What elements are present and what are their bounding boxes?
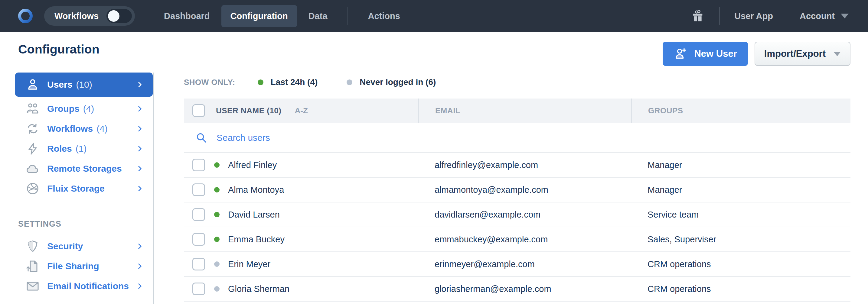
table-row[interactable]: David Larsen davidlarsen@example.com Ser… xyxy=(184,202,850,227)
table-row[interactable]: Alfred Finley alfredfinley@example.com M… xyxy=(184,153,850,178)
filter-last-24h[interactable]: Last 24h (4) xyxy=(258,77,318,87)
sidebar-item-workflows[interactable]: Workflows (4) xyxy=(15,119,153,138)
header-cell-email: EMAIL xyxy=(418,99,631,123)
cloud-icon xyxy=(25,161,40,176)
user-name: Emma Buckey xyxy=(228,235,285,244)
row-cell-email: emmabuckey@example.com xyxy=(418,235,631,244)
online-status-dot xyxy=(258,79,264,85)
import-export-label: Import/Export xyxy=(764,48,826,59)
account-menu[interactable]: Account xyxy=(800,11,849,21)
user-groups: Manager xyxy=(648,185,682,195)
table-header: USER NAME (10) A-Z EMAIL GROUPS xyxy=(184,99,850,123)
filter-never-logged-in[interactable]: Never logged in (6) xyxy=(347,77,436,87)
user-name: Erin Meyer xyxy=(228,259,270,269)
row-cell-name: Emma Buckey xyxy=(184,233,418,246)
sidebar-item-file-sharing[interactable]: File Sharing xyxy=(15,257,153,276)
user-groups: Manager xyxy=(648,160,682,170)
users-table: USER NAME (10) A-Z EMAIL GROUPS Search u… xyxy=(184,99,850,302)
sidebar-item-label: Users xyxy=(47,79,72,90)
page-title: Configuration xyxy=(18,42,99,57)
show-only-label: SHOW ONLY: xyxy=(184,78,235,87)
import-export-button[interactable]: Import/Export xyxy=(754,42,850,66)
search-input[interactable]: Search users xyxy=(217,133,270,143)
search-users-row[interactable]: Search users xyxy=(184,123,850,153)
chevron-right-icon xyxy=(136,105,144,113)
workflows-toggle[interactable]: Workflows xyxy=(44,6,135,26)
chevron-right-icon xyxy=(136,282,144,290)
user-name: Gloria Sherman xyxy=(228,284,289,294)
header-cell-groups: GROUPS xyxy=(631,99,850,123)
row-checkbox[interactable] xyxy=(192,258,205,270)
sidebar-item-users[interactable]: Users (10) xyxy=(15,72,153,97)
nav-actions[interactable]: Actions xyxy=(359,5,409,27)
nav-data[interactable]: Data xyxy=(300,5,337,27)
sidebar-item-label: Fluix Storage xyxy=(47,183,105,194)
topbar-right: User App Account xyxy=(691,7,849,25)
gift-icon[interactable] xyxy=(691,9,705,23)
table-row[interactable]: Alma Montoya almamontoya@example.com Man… xyxy=(184,178,850,202)
filter-options: Last 24h (4) Never logged in (6) xyxy=(258,77,436,87)
chevron-right-icon xyxy=(136,81,144,89)
sidebar-item-label: Roles xyxy=(47,143,72,154)
status-dot xyxy=(214,212,220,217)
chevron-down-icon xyxy=(834,52,841,56)
row-checkbox[interactable] xyxy=(192,159,205,171)
filter-label: Last 24h (4) xyxy=(271,77,318,87)
row-cell-name: Erin Meyer xyxy=(184,258,418,270)
row-cell-name: Alma Montoya xyxy=(184,183,418,196)
sidebar-item-label: File Sharing xyxy=(47,261,99,271)
nav-dashboard[interactable]: Dashboard xyxy=(155,5,219,27)
user-app-link[interactable]: User App xyxy=(734,11,773,21)
lightning-icon xyxy=(25,141,40,156)
nav-configuration[interactable]: Configuration xyxy=(221,5,297,27)
new-user-button[interactable]: New User xyxy=(663,42,748,66)
top-navigation-bar: Workflows Dashboard Configuration Data A… xyxy=(0,0,868,32)
sidebar-item-fluix-storage[interactable]: Fluix Storage xyxy=(15,179,153,198)
row-cell-name: David Larsen xyxy=(184,208,418,221)
toggle-switch[interactable] xyxy=(106,9,132,23)
new-user-label: New User xyxy=(694,48,737,59)
sidebar-item-remote-storages[interactable]: Remote Storages xyxy=(15,159,153,178)
select-all-checkbox[interactable] xyxy=(192,104,205,117)
users-panel: SHOW ONLY: Last 24h (4) Never logged in … xyxy=(184,74,850,302)
chevron-right-icon xyxy=(136,242,144,250)
table-row[interactable]: Erin Meyer erinmeyer@example.com CRM ope… xyxy=(184,252,850,277)
header-actions: New User Import/Export xyxy=(663,42,850,66)
user-email: gloriasherman@example.com xyxy=(435,284,551,294)
table-row[interactable]: Gloria Sherman gloriasherman@example.com… xyxy=(184,277,850,302)
chevron-right-icon xyxy=(136,262,144,270)
row-cell-groups: CRM operations xyxy=(631,284,850,294)
sidebar-item-count: (4) xyxy=(83,104,94,114)
table-row[interactable]: Emma Buckey emmabuckey@example.com Sales… xyxy=(184,227,850,252)
user-email: almamontoya@example.com xyxy=(435,185,548,195)
row-checkbox[interactable] xyxy=(192,282,205,295)
chevron-right-icon xyxy=(136,125,144,133)
user-email: alfredfinley@example.com xyxy=(435,160,538,170)
search-icon xyxy=(195,132,208,144)
file-upload-icon xyxy=(25,259,40,273)
user-groups: CRM operations xyxy=(648,284,711,294)
row-cell-groups: Service team xyxy=(631,210,850,220)
user-name: David Larsen xyxy=(228,210,280,220)
sort-a-z[interactable]: A-Z xyxy=(294,106,308,115)
envelope-icon xyxy=(25,279,40,294)
user-icon xyxy=(25,77,40,92)
sidebar-item-count: (10) xyxy=(76,79,92,90)
groups-icon xyxy=(25,102,40,116)
sidebar-item-security[interactable]: Security xyxy=(15,237,153,256)
row-cell-groups: CRM operations xyxy=(631,259,850,269)
row-checkbox[interactable] xyxy=(192,208,205,221)
header-cell-user-name: USER NAME (10) A-Z xyxy=(184,104,418,117)
sidebar-item-email-notifications[interactable]: Email Notifications xyxy=(15,276,153,296)
row-checkbox[interactable] xyxy=(192,233,205,246)
app-logo-icon xyxy=(18,8,33,24)
row-cell-groups: Manager xyxy=(631,160,850,170)
account-label: Account xyxy=(800,11,835,21)
toggle-knob xyxy=(108,10,120,22)
row-cell-email: gloriasherman@example.com xyxy=(418,284,631,294)
row-cell-email: alfredfinley@example.com xyxy=(418,160,631,170)
user-name: Alma Montoya xyxy=(228,185,284,195)
sidebar-item-roles[interactable]: Roles (1) xyxy=(15,139,153,158)
row-checkbox[interactable] xyxy=(192,183,205,196)
sidebar-item-groups[interactable]: Groups (4) xyxy=(15,99,153,119)
